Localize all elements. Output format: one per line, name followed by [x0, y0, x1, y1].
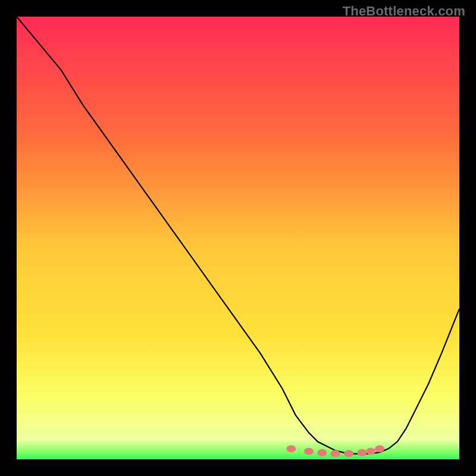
chart-frame: TheBottleneck.com — [0, 0, 476, 476]
gradient-background — [17, 17, 459, 459]
curve-marker — [366, 448, 375, 455]
plot-svg — [17, 17, 459, 459]
curve-marker — [304, 448, 314, 455]
curve-marker — [286, 445, 296, 452]
curve-marker — [375, 445, 384, 452]
watermark-text: TheBottleneck.com — [343, 4, 465, 19]
curve-marker — [344, 450, 353, 457]
curve-marker — [317, 449, 327, 456]
curve-marker — [357, 449, 367, 456]
curve-marker — [331, 450, 340, 457]
plot-area — [17, 17, 459, 459]
